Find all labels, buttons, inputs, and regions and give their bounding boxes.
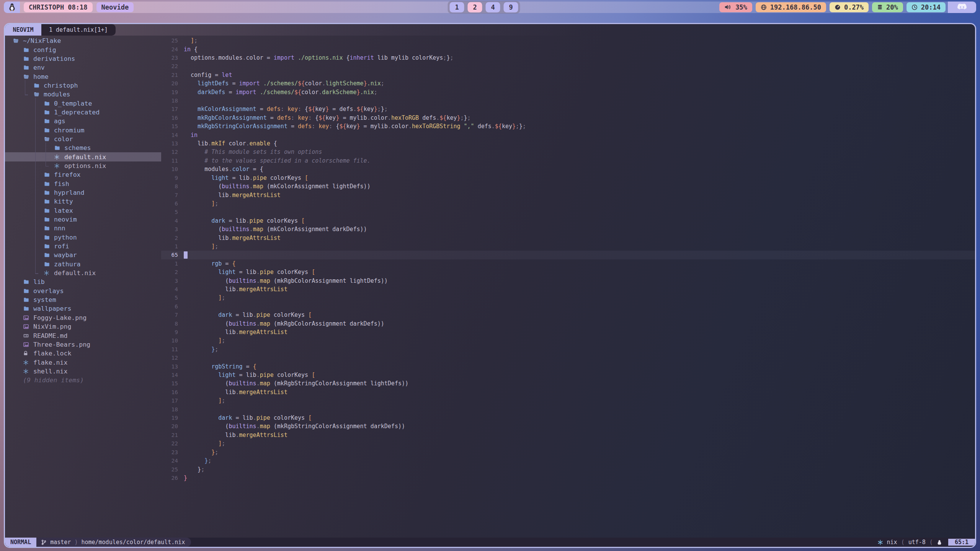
code-line[interactable]: 15 mkRgbStringColorAssignment = defs: ke… xyxy=(161,122,975,130)
tree-item-config[interactable]: config xyxy=(5,45,161,54)
tree-item-three-bears-png[interactable]: Three-Bears.png xyxy=(5,340,161,349)
active-app-badge[interactable]: Neovide xyxy=(96,2,134,12)
code-line[interactable]: 5 ]; xyxy=(161,293,975,302)
tree-item-ags[interactable]: ags xyxy=(5,117,161,126)
code-line[interactable]: 1 rgb = { xyxy=(161,259,975,268)
tree-item-kitty[interactable]: kitty xyxy=(5,197,161,206)
code-line[interactable]: 23 }; xyxy=(161,448,975,456)
code-line[interactable]: 2 lib.mergeAttrsList xyxy=(161,233,975,242)
tree-item-home[interactable]: home xyxy=(5,72,161,81)
tree-item-lib[interactable]: lib xyxy=(5,277,161,286)
code-line[interactable]: 20 (builtins.map (mkRgbStringColorAssign… xyxy=(161,422,975,430)
code-line[interactable]: 9 lib.mergeAttrsList xyxy=(161,328,975,336)
tree-item-flake-lock[interactable]: flake.lock xyxy=(5,349,161,358)
code-line[interactable]: 24in { xyxy=(161,45,975,53)
code-line[interactable]: 8 (builtins.map (mkColorAssignment light… xyxy=(161,182,975,191)
tree-item-hyprland[interactable]: hyprland xyxy=(5,188,161,197)
code-line[interactable]: 26} xyxy=(161,474,975,482)
tree-item-neovim[interactable]: neovim xyxy=(5,215,161,224)
code-editor[interactable]: 25 ];24in {23 options.modules.color = im… xyxy=(161,36,975,538)
code-line[interactable]: 12 xyxy=(161,354,975,362)
memory-widget[interactable]: 20% xyxy=(872,2,903,12)
code-line[interactable]: 22 ]; xyxy=(161,439,975,448)
tree-item-rofi[interactable]: rofi xyxy=(5,242,161,251)
tab-default-nix[interactable]: 1 default.nix[1+] xyxy=(41,24,116,36)
code-line[interactable]: 22 xyxy=(161,62,975,70)
tree-item-1-deprecated[interactable]: 1_deprecated xyxy=(5,108,161,117)
code-line[interactable]: 9 light = lib.pipe colorKeys [ xyxy=(161,174,975,182)
tree-item-firefox[interactable]: firefox xyxy=(5,170,161,179)
volume-widget[interactable]: 35% xyxy=(719,2,752,12)
tree-item-shell-nix[interactable]: shell.nix xyxy=(5,367,161,376)
tree-item-overlays[interactable]: overlays xyxy=(5,287,161,295)
tree-item-options-nix[interactable]: options.nix xyxy=(5,161,161,170)
code-line[interactable]: 6 ]; xyxy=(161,199,975,208)
workspace-button-2[interactable]: 2 xyxy=(468,2,482,12)
code-line[interactable]: 14 in xyxy=(161,130,975,139)
tree-item-schemes[interactable]: schemes xyxy=(5,143,161,152)
tray-discord-button[interactable] xyxy=(948,2,976,13)
code-line[interactable]: 16 lib.mergeAttrsList xyxy=(161,388,975,396)
code-line[interactable]: 10 ]; xyxy=(161,336,975,345)
code-line[interactable]: 15 (builtins.map (mkRgbStringColorAssign… xyxy=(161,379,975,388)
tree-item-flake-nix[interactable]: flake.nix xyxy=(5,358,161,367)
code-line[interactable]: 14 light = lib.pipe colorKeys [ xyxy=(161,371,975,379)
code-line[interactable]: 8 (builtins.map (mkRgbColorAssignment da… xyxy=(161,319,975,328)
cpu-widget[interactable]: 0.27% xyxy=(830,2,869,12)
code-line[interactable]: 18 xyxy=(161,405,975,413)
tree-item-0-template[interactable]: 0_template xyxy=(5,99,161,108)
tree-item-wallpapers[interactable]: wallpapers xyxy=(5,304,161,313)
code-line[interactable]: 21 lib.mergeAttrsList xyxy=(161,431,975,439)
tree-item-nixvim-png[interactable]: NixVim.png xyxy=(5,322,161,331)
tree-item-waybar[interactable]: waybar xyxy=(5,251,161,259)
tree-item-color[interactable]: color xyxy=(5,135,161,143)
tree-item-latex[interactable]: latex xyxy=(5,206,161,215)
code-line[interactable]: 11 }; xyxy=(161,345,975,354)
code-line[interactable]: 25 }; xyxy=(161,465,975,473)
host-time-widget[interactable]: CHRISTOPH 08:18 xyxy=(24,2,93,12)
code-line[interactable]: 3 (builtins.map (mkRgbColorAssignment li… xyxy=(161,276,975,285)
code-line[interactable]: 11 # to the values specified in a colors… xyxy=(161,156,975,165)
code-line[interactable]: 18 xyxy=(161,96,975,105)
code-line[interactable]: 16 mkRgbColorAssignment = defs: key: {${… xyxy=(161,114,975,122)
code-line[interactable]: 19 dark = lib.pipe colorKeys [ xyxy=(161,414,975,422)
code-line[interactable]: 24 }; xyxy=(161,456,975,465)
launcher-button[interactable] xyxy=(4,2,20,13)
code-line[interactable]: 13 rgbString = { xyxy=(161,362,975,370)
code-line[interactable]: 5 xyxy=(161,208,975,216)
tree-item-readme-md[interactable]: README.md xyxy=(5,331,161,340)
code-line[interactable]: 17 mkColorAssignment = defs: key: {${key… xyxy=(161,105,975,113)
code-line[interactable]: 19 darkDefs = import ./schemes/${color.d… xyxy=(161,88,975,96)
code-line[interactable]: 4 dark = lib.pipe colorKeys [ xyxy=(161,217,975,225)
code-line-current[interactable]: 65 xyxy=(161,251,975,259)
code-line[interactable]: 12 # This module sets its own options xyxy=(161,148,975,156)
code-line[interactable]: 4 lib.mergeAttrsList xyxy=(161,285,975,293)
code-line[interactable]: 20 lightDefs = import ./schemes/${color.… xyxy=(161,79,975,88)
workspace-button-4[interactable]: 4 xyxy=(486,2,500,12)
tree-item-env[interactable]: env xyxy=(5,63,161,72)
code-line[interactable]: 7 dark = lib.pipe colorKeys [ xyxy=(161,311,975,319)
code-line[interactable]: 21 config = let xyxy=(161,71,975,79)
network-widget[interactable]: 192.168.86.50 xyxy=(756,2,826,12)
code-line[interactable]: 7 lib.mergeAttrsList xyxy=(161,191,975,199)
tree-item-default-nix[interactable]: default.nix xyxy=(5,269,161,277)
tree-item-system[interactable]: system xyxy=(5,295,161,304)
code-line[interactable]: 2 light = lib.pipe colorKeys [ xyxy=(161,268,975,276)
code-line[interactable]: 6 xyxy=(161,302,975,311)
tree-item-christoph[interactable]: christoph xyxy=(5,81,161,90)
workspace-button-9[interactable]: 9 xyxy=(504,2,518,12)
code-line[interactable]: 13 lib.mkIf color.enable { xyxy=(161,139,975,148)
tree-item-derivations[interactable]: derivations xyxy=(5,54,161,63)
code-line[interactable]: 25 ]; xyxy=(161,36,975,45)
workspace-button-1[interactable]: 1 xyxy=(450,2,464,12)
tree-item-foggy-lake-png[interactable]: Foggy-Lake.png xyxy=(5,313,161,322)
tree-item-default-nix[interactable]: default.nix xyxy=(5,152,161,161)
code-line[interactable]: 10 modules.color = { xyxy=(161,165,975,173)
code-line[interactable]: 1 ]; xyxy=(161,242,975,251)
code-line[interactable]: 23 options.modules.color = import ./opti… xyxy=(161,54,975,62)
tree-item-zathura[interactable]: zathura xyxy=(5,260,161,269)
tree-item-nnn[interactable]: nnn xyxy=(5,224,161,233)
code-line[interactable]: 17 ]; xyxy=(161,396,975,405)
tree-item-python[interactable]: python xyxy=(5,233,161,242)
tree-item-modules[interactable]: modules xyxy=(5,90,161,99)
